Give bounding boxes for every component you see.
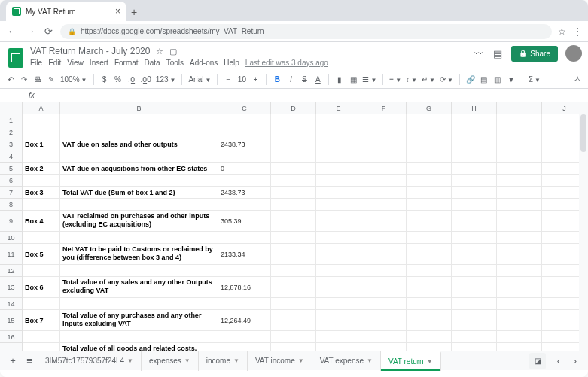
- cell[interactable]: [316, 187, 361, 199]
- valign-icon[interactable]: ↕▼: [406, 75, 417, 84]
- cell[interactable]: [452, 310, 497, 331]
- functions-icon[interactable]: Σ▼: [529, 75, 541, 84]
- cell[interactable]: [361, 114, 407, 126]
- cell[interactable]: [271, 150, 316, 163]
- cell[interactable]: [271, 232, 316, 244]
- cell[interactable]: [271, 175, 316, 187]
- row-header[interactable]: 10: [0, 232, 23, 244]
- decrease-decimal-icon[interactable]: .0̲: [127, 75, 136, 84]
- cell[interactable]: VAT due on sales and other outputs: [60, 138, 218, 150]
- cell[interactable]: [452, 187, 497, 199]
- cell[interactable]: [271, 187, 316, 199]
- filter-icon[interactable]: ▼: [507, 75, 516, 84]
- cell[interactable]: [271, 244, 316, 265]
- cell[interactable]: [497, 175, 542, 187]
- zoom-select[interactable]: 100%▼: [60, 75, 87, 84]
- cell[interactable]: VAT due on acqusitions from other EC sta…: [60, 163, 218, 175]
- cell[interactable]: 2438.73: [218, 187, 271, 199]
- sheet-nav-right[interactable]: ›: [567, 355, 583, 366]
- cell[interactable]: [497, 232, 542, 244]
- column-header[interactable]: G: [407, 102, 452, 114]
- cell[interactable]: [271, 265, 316, 277]
- cell[interactable]: [361, 331, 407, 343]
- cell[interactable]: [271, 126, 316, 138]
- row-header[interactable]: 3: [0, 138, 23, 150]
- font-size-dec[interactable]: −: [224, 75, 233, 84]
- cell[interactable]: [497, 343, 542, 351]
- paint-icon[interactable]: ✎: [47, 75, 56, 84]
- cell[interactable]: [452, 175, 497, 187]
- cell[interactable]: [497, 244, 542, 265]
- cell[interactable]: Total VAT due (Sum of box 1 and 2): [60, 187, 218, 199]
- cell[interactable]: [452, 331, 497, 343]
- cell[interactable]: [407, 298, 452, 310]
- redo-icon[interactable]: ↷: [20, 75, 29, 84]
- text-color-icon[interactable]: A: [313, 75, 322, 84]
- cell[interactable]: [407, 150, 452, 163]
- cell[interactable]: [60, 199, 218, 211]
- wrap-icon[interactable]: ↵▼: [422, 75, 435, 84]
- cell[interactable]: [316, 211, 361, 232]
- close-icon[interactable]: ×: [115, 6, 120, 17]
- cell[interactable]: [497, 310, 542, 331]
- cell[interactable]: [407, 163, 452, 175]
- document-title[interactable]: VAT Return March - July 2020: [30, 46, 150, 56]
- increase-decimal-icon[interactable]: .0̲0: [141, 75, 151, 84]
- cell[interactable]: [23, 199, 60, 211]
- chevron-down-icon[interactable]: ▼: [298, 357, 304, 364]
- cell[interactable]: [497, 150, 542, 163]
- cell[interactable]: [407, 232, 452, 244]
- cell[interactable]: [452, 114, 497, 126]
- cell[interactable]: [407, 331, 452, 343]
- row-header[interactable]: 6: [0, 175, 23, 187]
- chevron-down-icon[interactable]: ▼: [427, 358, 433, 365]
- back-icon[interactable]: ←: [6, 26, 18, 37]
- number-format-select[interactable]: 123▼: [156, 75, 176, 84]
- currency-icon[interactable]: $: [100, 75, 109, 84]
- account-avatar[interactable]: [565, 45, 582, 62]
- column-header[interactable]: D: [271, 102, 316, 114]
- cell[interactable]: [271, 211, 316, 232]
- cell[interactable]: Box 6: [23, 277, 60, 298]
- cell[interactable]: [452, 163, 497, 175]
- cell[interactable]: [271, 277, 316, 298]
- sheet-tab[interactable]: expenses▼: [142, 351, 199, 371]
- cell[interactable]: [271, 199, 316, 211]
- cell[interactable]: [316, 175, 361, 187]
- cell[interactable]: [361, 244, 407, 265]
- cell[interactable]: [271, 138, 316, 150]
- cell[interactable]: [23, 265, 60, 277]
- cell[interactable]: 2133.34: [218, 244, 271, 265]
- cell[interactable]: [452, 244, 497, 265]
- cell[interactable]: [218, 265, 271, 277]
- font-size-input[interactable]: 10: [237, 75, 246, 84]
- cell[interactable]: [271, 114, 316, 126]
- vertical-scrollbar[interactable]: [579, 102, 588, 351]
- formula-bar[interactable]: fx: [0, 89, 588, 102]
- bookmark-icon[interactable]: ☆: [558, 26, 566, 37]
- cell[interactable]: [407, 114, 452, 126]
- bold-icon[interactable]: B: [273, 75, 282, 84]
- font-size-inc[interactable]: +: [251, 75, 260, 84]
- cell[interactable]: [361, 150, 407, 163]
- cell[interactable]: [361, 126, 407, 138]
- select-all-corner[interactable]: [0, 102, 23, 114]
- cell[interactable]: Total value of all goods and related cos…: [60, 343, 218, 351]
- activity-icon[interactable]: 〰: [472, 47, 484, 59]
- column-header[interactable]: E: [316, 102, 361, 114]
- cell[interactable]: 12,264.49: [218, 310, 271, 331]
- collapse-toolbar-icon[interactable]: ㅅ: [573, 73, 582, 86]
- cell[interactable]: [316, 277, 361, 298]
- row-header[interactable]: 12: [0, 265, 23, 277]
- cell[interactable]: [316, 150, 361, 163]
- cell[interactable]: [218, 150, 271, 163]
- move-icon[interactable]: ▢: [169, 47, 177, 56]
- menu-view[interactable]: View: [67, 59, 84, 67]
- cell[interactable]: [407, 175, 452, 187]
- cell[interactable]: [497, 138, 542, 150]
- row-header[interactable]: 16: [0, 331, 23, 343]
- cell[interactable]: [218, 232, 271, 244]
- chevron-down-icon[interactable]: ▼: [367, 357, 373, 364]
- cell[interactable]: [361, 277, 407, 298]
- cell[interactable]: [316, 138, 361, 150]
